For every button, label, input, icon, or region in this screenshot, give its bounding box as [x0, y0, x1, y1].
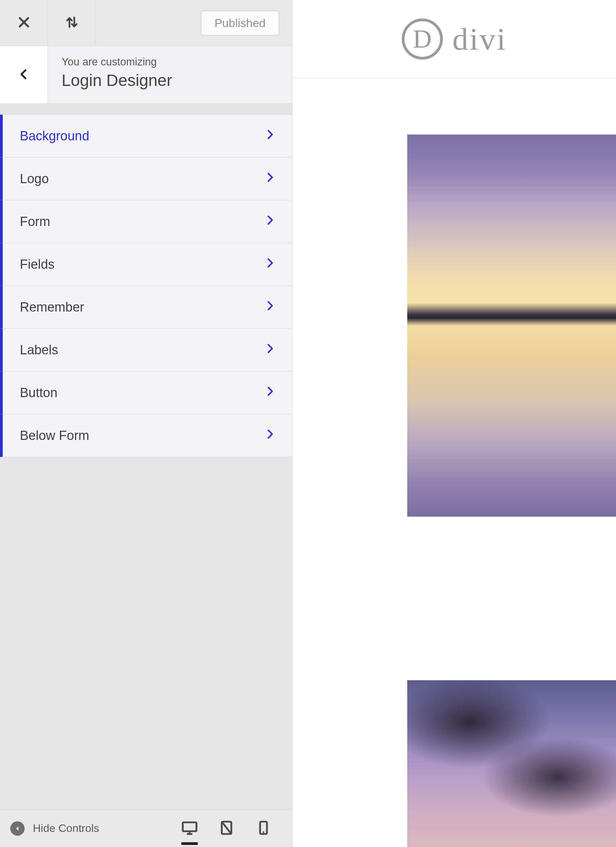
menu-item-logo[interactable]: Logo — [0, 158, 292, 200]
svg-marker-4 — [16, 826, 19, 831]
brand-logo-mark: D — [402, 19, 443, 60]
menu-item-remember[interactable]: Remember — [0, 286, 292, 329]
customizing-label: You are customizing — [62, 56, 279, 68]
menu-item-label: Logo — [20, 171, 49, 186]
device-tablet-button[interactable] — [218, 820, 235, 837]
sidebar-spacer — [0, 457, 292, 809]
app-root: Published You are customizing Login Desi… — [0, 0, 616, 847]
background-option-1[interactable] — [407, 134, 616, 516]
back-button[interactable] — [0, 46, 48, 103]
panel-title: Login Designer — [62, 71, 279, 90]
menu-item-label: Below Form — [20, 428, 89, 443]
chevron-right-icon — [265, 298, 275, 316]
menu-item-labels[interactable]: Labels — [0, 329, 292, 372]
desktop-icon — [181, 831, 198, 837]
svg-line-9 — [222, 822, 231, 834]
chevron-right-icon — [265, 426, 275, 445]
menu-item-label: Form — [20, 214, 50, 229]
chevron-right-icon — [265, 170, 275, 188]
menu-item-label: Remember — [20, 300, 84, 314]
preview-body — [293, 78, 616, 847]
menu-item-label: Button — [20, 385, 57, 400]
chevron-right-icon — [265, 255, 275, 273]
top-actions-bar: Published — [0, 0, 292, 46]
mobile-icon — [255, 831, 272, 837]
panel-header-text: You are customizing Login Designer — [48, 46, 292, 103]
device-switcher — [181, 820, 272, 837]
chevron-right-icon — [265, 127, 275, 145]
preview-header: D divi — [293, 0, 616, 78]
customizer-sidebar: Published You are customizing Login Desi… — [0, 0, 293, 847]
publish-button[interactable]: Published — [201, 10, 279, 35]
menu-item-background[interactable]: Background — [0, 115, 292, 158]
close-icon — [17, 15, 31, 31]
device-desktop-button[interactable] — [181, 820, 198, 837]
svg-rect-5 — [183, 822, 196, 831]
triangle-left-icon — [10, 821, 25, 836]
menu-item-below-form[interactable]: Below Form — [0, 414, 292, 457]
background-option-2[interactable] — [407, 680, 616, 847]
reorder-button[interactable] — [48, 0, 96, 46]
menu-item-fields[interactable]: Fields — [0, 243, 292, 286]
divider-strip — [0, 104, 292, 115]
chevron-left-icon — [18, 68, 30, 82]
device-mobile-button[interactable] — [255, 820, 272, 837]
sidebar-footer: Hide Controls — [0, 809, 292, 847]
close-button[interactable] — [0, 0, 48, 46]
menu-item-label: Labels — [20, 343, 58, 357]
menu-item-label: Background — [20, 129, 89, 143]
chevron-right-icon — [265, 212, 275, 231]
menu-item-form[interactable]: Form — [0, 200, 292, 243]
tablet-icon — [218, 831, 235, 837]
chevron-right-icon — [265, 384, 275, 402]
settings-menu: Background Logo Form Fields Remember Lab… — [0, 115, 292, 457]
hide-controls-label: Hide Controls — [33, 822, 99, 835]
hide-controls-button[interactable]: Hide Controls — [10, 821, 99, 836]
chevron-right-icon — [265, 341, 275, 359]
menu-item-button[interactable]: Button — [0, 372, 292, 414]
up-down-arrows-icon — [65, 15, 79, 31]
preview-pane: D divi — [293, 0, 616, 847]
menu-item-label: Fields — [20, 257, 55, 272]
panel-header: You are customizing Login Designer — [0, 46, 292, 104]
clouds-image — [407, 680, 616, 847]
brand-logo: D divi — [402, 19, 507, 60]
sunset-image — [407, 134, 616, 516]
brand-logo-text: divi — [452, 21, 507, 57]
